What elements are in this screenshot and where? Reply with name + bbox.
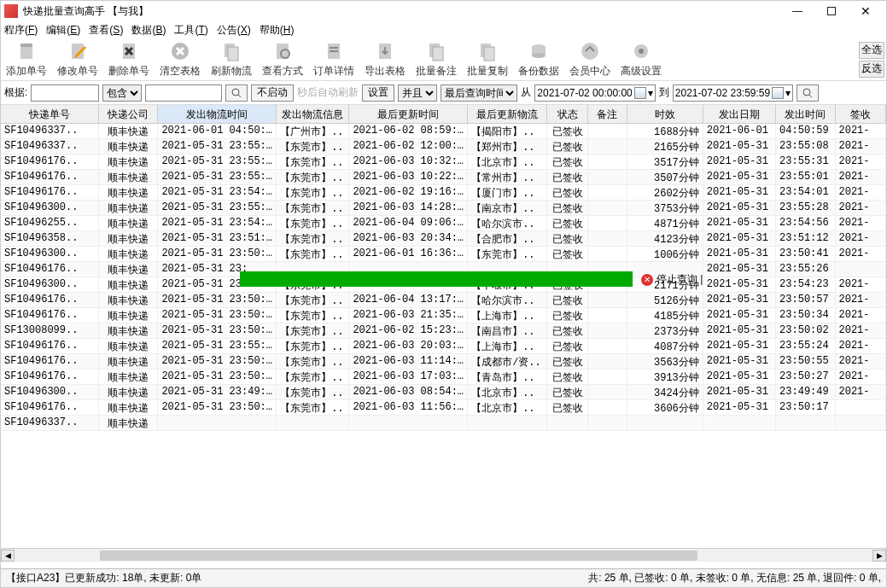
cell: 2021-05-31 23:50:55	[158, 354, 277, 369]
nostart-button[interactable]: 不启动	[251, 84, 294, 102]
cell: 已签收	[547, 185, 588, 200]
column-header[interactable]: 发出时间	[776, 105, 835, 123]
stop-query-overlay[interactable]: ✕ 停止查询 |	[641, 272, 703, 287]
table-row[interactable]: SF13008099..顺丰快递2021-05-31 23:50:02【东莞市】…	[1, 323, 886, 339]
toolbar-copy[interactable]: 批量复制	[462, 40, 513, 79]
column-header[interactable]: 发出物流时间	[158, 105, 277, 123]
cell: 2021-05-31 23:50:41	[158, 247, 277, 261]
column-header[interactable]: 时效	[627, 105, 703, 123]
menu-s[interactable]: 查看(S)	[89, 23, 123, 38]
scrollbar-thumb[interactable]	[100, 550, 697, 561]
table-row[interactable]: SF10496176..顺丰快递2021-05-31 23:50:57【东莞市】…	[1, 293, 886, 308]
column-header[interactable]: 签收	[836, 105, 886, 123]
table-row[interactable]: SF10496176..顺丰快递2021-05-31 23:50:17【东莞市】…	[1, 400, 886, 416]
cell	[588, 339, 627, 353]
toolbar: 添加单号修改单号删除单号清空表格刷新物流查看方式订单详情导出表格批量备注批量复制…	[1, 38, 886, 81]
column-header[interactable]: 最后更新时间	[349, 105, 468, 123]
filter-contain-select[interactable]: 包含	[102, 84, 142, 102]
menu-f[interactable]: 程序(F)	[4, 23, 38, 38]
settings-button[interactable]: 设置	[362, 84, 394, 102]
column-header[interactable]: 发出日期	[703, 105, 776, 123]
menu-b[interactable]: 数据(B)	[131, 23, 166, 38]
toolbar-view[interactable]: 查看方式	[257, 40, 308, 79]
chevron-down-icon: ▾	[785, 87, 791, 99]
cell: 2021-	[836, 339, 886, 353]
table-row[interactable]: SF10496300..顺丰快递2021-05-31 23:50:41【东莞市】…	[1, 247, 886, 262]
lastquery-select[interactable]: 最后查询时间	[441, 84, 517, 102]
toolbar-export[interactable]: 导出表格	[359, 40, 411, 79]
date-to-input[interactable]: 2021-07-02 23:59:59 ▾	[673, 84, 793, 102]
date-search-button[interactable]	[797, 84, 819, 102]
cell: 顺丰快递	[99, 154, 158, 169]
grid-body[interactable]: SF10496337..顺丰快递2021-06-01 04:50:59【广州市】…	[1, 124, 886, 542]
cell: 4123分钟	[627, 231, 703, 246]
cell: 2021-05-31 23:50:57	[158, 293, 277, 307]
cell: 3563分钟	[627, 354, 703, 369]
table-row[interactable]: SF10496176..顺丰快递2021-05-31 23:55:24【东莞市】…	[1, 339, 886, 354]
minimize-button[interactable]	[780, 2, 814, 20]
table-row[interactable]: SF10496337..顺丰快递2021-05-31 23:55:08【东莞市】…	[1, 139, 886, 154]
scroll-right-arrow[interactable]: ▶	[872, 550, 886, 562]
search-button[interactable]	[225, 84, 248, 102]
cell: 【揭阳市】..	[468, 124, 547, 138]
cell: 顺丰快递	[99, 262, 158, 277]
and-select[interactable]: 并且	[398, 84, 437, 102]
toolbar-clear[interactable]: 清空表格	[155, 40, 206, 79]
toolbar-refresh[interactable]: 刷新物流	[206, 40, 257, 79]
cell: 已签收	[547, 139, 588, 154]
close-button[interactable]: ✕	[849, 2, 883, 20]
column-header[interactable]: 快递单号	[1, 105, 99, 123]
cell: 4871分钟	[627, 216, 703, 230]
menu-h[interactable]: 帮助(H)	[260, 23, 295, 38]
cell: 【常州市】..	[468, 170, 547, 184]
table-row[interactable]: SF10496300..顺丰快递2021-05-31 23:49:49【东莞市】…	[1, 385, 886, 400]
table-row[interactable]: SF10496176..顺丰快递2021-05-31 23:50:27【东莞市】…	[1, 370, 886, 385]
toolbar-add[interactable]: 添加单号	[1, 40, 52, 79]
column-header[interactable]: 备注	[588, 105, 627, 123]
cell	[468, 416, 547, 430]
toolbar-detail[interactable]: 订单详情	[308, 40, 359, 79]
toolbar-member[interactable]: 会员中心	[564, 40, 616, 79]
column-header[interactable]: 状态	[547, 105, 588, 123]
cell: 顺丰快递	[99, 293, 158, 307]
toolbar-edit[interactable]: 修改单号	[52, 40, 103, 79]
table-row[interactable]: SF10496300..顺丰快递2021-05-31 23:55:28【东莞市】…	[1, 201, 886, 216]
invert-select-button[interactable]: 反选	[859, 61, 884, 78]
cell: 23:55:08	[776, 139, 835, 154]
table-row[interactable]: SF10496176..顺丰快递2021-05-31 23:54:01【东莞市】…	[1, 185, 886, 201]
column-header[interactable]: 快递公司	[99, 105, 158, 123]
menu-e[interactable]: 编辑(E)	[46, 23, 80, 38]
toolbar-backup[interactable]: 备份数据	[513, 40, 564, 79]
date-from-input[interactable]: 2021-07-02 00:00:00 ▾	[534, 84, 655, 102]
table-row[interactable]: SF10496176..顺丰快递2021-05-31 23:55:31【东莞市】…	[1, 154, 886, 170]
table-row[interactable]: SF10496337..顺丰快递2021-06-01 04:50:59【广州市】…	[1, 124, 886, 139]
select-all-button[interactable]: 全选	[859, 42, 884, 59]
column-header[interactable]: 发出物流信息	[277, 105, 349, 123]
cell: 2021-06-01	[703, 124, 776, 138]
cell: 2021-05-31	[703, 154, 776, 169]
table-row[interactable]: SF10496358..顺丰快递2021-05-31 23:51:12【东莞市】…	[1, 231, 886, 247]
svg-line-26	[809, 95, 812, 97]
maximize-button[interactable]	[814, 2, 849, 20]
cell: 2021-06-04 13:17:16	[349, 293, 468, 307]
horizontal-scrollbar[interactable]: ◀ ▶	[1, 548, 886, 562]
toolbar-settings[interactable]: 高级设置	[616, 40, 667, 79]
table-row[interactable]: SF10496337..顺丰快递	[1, 416, 886, 431]
table-row[interactable]: SF10496255..顺丰快递2021-05-31 23:54:56【东莞市】…	[1, 216, 886, 231]
filter-field-input[interactable]	[31, 84, 99, 102]
menu-t[interactable]: 工具(T)	[174, 23, 207, 38]
column-header[interactable]: 最后更新物流	[468, 105, 547, 123]
cell: 【东莞市】..	[277, 293, 349, 307]
cell: 【厦门市】..	[468, 185, 547, 200]
toolbar-delete[interactable]: 删除单号	[103, 40, 155, 79]
table-row[interactable]: SF10496176..顺丰快递2021-05-31 23:55:01【东莞市】…	[1, 170, 886, 185]
cell: SF10496255..	[1, 216, 99, 230]
filter-value-input[interactable]	[145, 84, 222, 102]
menu-x[interactable]: 公告(X)	[217, 23, 251, 38]
toolbar-note[interactable]: 批量备注	[411, 40, 462, 79]
table-row[interactable]: SF10496176..顺丰快递2021-05-31 23:50:55【东莞市】…	[1, 354, 886, 370]
table-row[interactable]: SF10496176..顺丰快递2021-05-31 23:50:34【东莞市】…	[1, 308, 886, 323]
cell: 1006分钟	[627, 247, 703, 261]
scroll-left-arrow[interactable]: ◀	[1, 550, 15, 562]
cell: 2021-05-31	[703, 293, 776, 307]
